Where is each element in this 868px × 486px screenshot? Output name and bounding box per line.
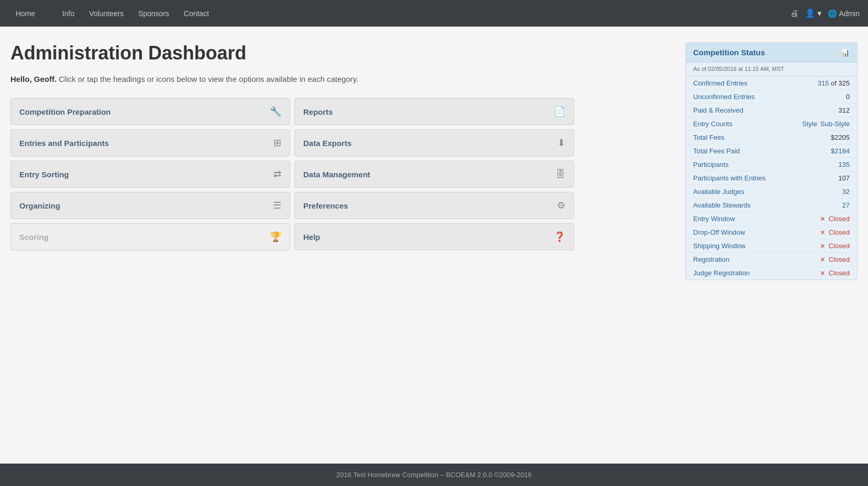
total-fees-label[interactable]: Total Fees [693, 133, 724, 141]
status-row-total-fees: Total Fees $2205 [686, 131, 857, 144]
confirmed-entries-count[interactable]: 315 [818, 79, 829, 87]
card-organizing[interactable]: Organizing ☰ [10, 192, 290, 219]
dropoff-window-label[interactable]: Drop-Off Window [693, 228, 745, 236]
status-row-participants: Participants 135 [686, 158, 857, 172]
globe-icon: 🌐 [828, 9, 837, 18]
chart-icon[interactable]: 📊 [841, 48, 850, 57]
confirmed-entries-label[interactable]: Confirmed Entries [693, 79, 747, 87]
database-icon: 🗄 [556, 169, 565, 180]
main-wrapper: Administration Dashboard Hello, Geoff. C… [0, 27, 868, 464]
dropoff-window-value: ✕ Closed [820, 228, 850, 236]
card-preferences[interactable]: Preferences ⚙ [294, 192, 574, 219]
card-entries-participants-label: Entries and Participants [19, 139, 109, 148]
admin-link[interactable]: 🌐 Admin [828, 9, 860, 18]
trophy-icon: 🏆 [270, 231, 281, 242]
status-row-registration: Registration ✕ Closed [686, 253, 857, 266]
card-scoring: Scoring 🏆 [10, 223, 290, 250]
dashboard-grid: Competition Preparation 🔧 Reports 📄 Entr… [10, 98, 574, 250]
wrench-icon: 🔧 [270, 106, 281, 117]
dropoff-window-x: ✕ [820, 229, 825, 236]
nav-info[interactable]: Info [55, 0, 81, 27]
greeting-text: Click or tap the headings or icons below… [59, 75, 359, 83]
entry-count-style-link[interactable]: Style [802, 120, 817, 128]
registration-value: ✕ Closed [820, 256, 850, 263]
judge-registration-x: ✕ [820, 270, 825, 277]
list-icon: ☰ [273, 200, 281, 211]
competition-status-panel: Competition Status 📊 As of 02/05/2016 at… [685, 42, 858, 280]
available-judges-value[interactable]: 32 [842, 188, 850, 196]
card-reports[interactable]: Reports 📄 [294, 98, 574, 125]
judge-registration-value: ✕ Closed [820, 269, 850, 277]
confirmed-entries-value: 315 of 325 [818, 79, 850, 87]
card-entry-sorting[interactable]: Entry Sorting ⇄ [10, 161, 290, 188]
available-judges-label[interactable]: Available Judges [693, 188, 744, 196]
participants-label[interactable]: Participants [693, 161, 729, 168]
total-fees-value: $2205 [831, 133, 850, 141]
greeting-name: Hello, Geoff. [10, 75, 56, 83]
nav-contact[interactable]: Contact [176, 0, 216, 27]
nav-items: Info Volunteers Sponsors Contact [55, 0, 216, 27]
entry-window-label[interactable]: Entry Window [693, 215, 735, 223]
content-area: Administration Dashboard Hello, Geoff. C… [10, 42, 675, 250]
card-entry-sorting-label: Entry Sorting [19, 170, 69, 179]
entry-count-substyle-link[interactable]: Sub-Style [821, 120, 850, 128]
available-stewards-label[interactable]: Available Stewards [693, 201, 751, 209]
help-icon: ❓ [554, 231, 565, 242]
status-row-entry-window: Entry Window ✕ Closed [686, 212, 857, 226]
navbar: Home Info Volunteers Sponsors Contact 🖨 … [0, 0, 868, 27]
confirmed-entries-total: of 325 [831, 79, 850, 87]
registration-x: ✕ [820, 256, 825, 263]
available-stewards-value[interactable]: 27 [842, 201, 850, 209]
participants-with-entries-label[interactable]: Participants with Entries [693, 174, 766, 182]
card-data-management[interactable]: Data Management 🗄 [294, 161, 574, 188]
unconfirmed-entries-label[interactable]: Unconfirmed Entries [693, 93, 755, 101]
status-row-available-judges: Available Judges 32 [686, 185, 857, 199]
status-row-judge-registration: Judge Registration ✕ Closed [686, 266, 857, 280]
card-data-management-label: Data Management [303, 170, 370, 179]
footer: 2016 Test Homebrew Competition – BCOE&M … [0, 464, 868, 486]
total-fees-paid-label[interactable]: Total Fees Paid [693, 147, 740, 155]
gear-icon: ⚙ [557, 200, 565, 211]
status-row-entry-counts: Entry Counts Style Sub-Style [686, 117, 857, 131]
unconfirmed-entries-value: 0 [846, 93, 850, 101]
status-row-participants-with-entries: Participants with Entries 107 [686, 172, 857, 185]
panel-header: Competition Status 📊 [686, 43, 857, 63]
footer-text: 2016 Test Homebrew Competition – BCOE&M … [336, 471, 531, 479]
card-competition-preparation-label: Competition Preparation [19, 107, 111, 116]
entry-window-value: ✕ Closed [820, 215, 850, 223]
status-row-total-fees-paid: Total Fees Paid $2184 [686, 144, 857, 158]
card-competition-preparation[interactable]: Competition Preparation 🔧 [10, 98, 290, 125]
entry-counts-links: Style Sub-Style [802, 120, 850, 128]
print-icon[interactable]: 🖨 [790, 9, 799, 18]
card-data-exports[interactable]: Data Exports ⬇ [294, 129, 574, 156]
nav-right: 🖨 👤 ▾ 🌐 Admin [790, 8, 860, 18]
participants-with-entries-value: 107 [838, 174, 850, 182]
participants-value[interactable]: 135 [838, 161, 850, 168]
judge-registration-label[interactable]: Judge Registration [693, 269, 750, 277]
total-fees-paid-value[interactable]: $2184 [831, 147, 850, 155]
nav-volunteers[interactable]: Volunteers [82, 0, 131, 27]
nav-sponsors[interactable]: Sponsors [131, 0, 176, 27]
panel-title: Competition Status [693, 48, 765, 57]
status-row-confirmed-entries: Confirmed Entries 315 of 325 [686, 77, 857, 90]
document-icon: 📄 [554, 106, 565, 117]
nav-home[interactable]: Home [8, 0, 42, 27]
registration-label[interactable]: Registration [693, 256, 729, 263]
page-title: Administration Dashboard [10, 42, 675, 64]
card-help[interactable]: Help ❓ [294, 223, 574, 250]
card-entries-participants[interactable]: Entries and Participants ⊞ [10, 129, 290, 156]
status-row-paid-received: Paid & Received 312 [686, 104, 857, 117]
shipping-window-value: ✕ Closed [820, 242, 850, 250]
panel-subtitle: As of 02/05/2016 at 11:15 AM, MST [686, 63, 857, 77]
greeting: Hello, Geoff. Click or tap the headings … [10, 75, 675, 83]
entry-counts-label[interactable]: Entry Counts [693, 120, 732, 128]
card-preferences-label: Preferences [303, 201, 348, 210]
paid-received-label[interactable]: Paid & Received [693, 106, 743, 114]
user-menu-icon[interactable]: 👤 ▾ [805, 8, 822, 18]
shipping-window-x: ✕ [820, 242, 825, 250]
status-row-unconfirmed-entries: Unconfirmed Entries 0 [686, 90, 857, 104]
paid-received-value: 312 [838, 106, 850, 114]
shipping-window-label[interactable]: Shipping Window [693, 242, 745, 250]
card-organizing-label: Organizing [19, 201, 60, 210]
download-icon: ⬇ [557, 137, 565, 149]
